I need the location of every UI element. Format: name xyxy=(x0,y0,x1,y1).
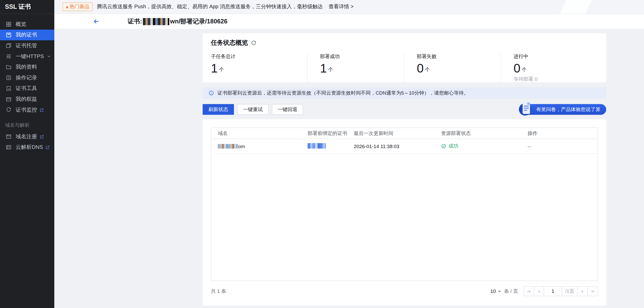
masked-certificate-id xyxy=(143,18,169,25)
external-link-icon xyxy=(40,107,44,112)
app-title: SSL 证书 xyxy=(0,0,54,14)
refresh-icon[interactable] xyxy=(251,40,256,46)
column-header-status: 资源部署状态 xyxy=(434,130,521,137)
pagination: 共 1 条 10 条 / 页 1 /1页 xyxy=(211,286,598,296)
table-row: om 2026-01-14 11:38:03 成功 -- xyxy=(211,139,598,154)
stat-label: 进行中 xyxy=(514,53,598,60)
page-header: 证书: wn/部署记录/180626 xyxy=(54,14,644,29)
action-cell: -- xyxy=(521,143,598,149)
stat-label: 部署失败 xyxy=(417,53,501,60)
survey-scroll-icon xyxy=(521,102,531,115)
external-link-icon xyxy=(40,134,44,139)
sidebar-item-dns[interactable]: 云解析DNS xyxy=(0,142,54,153)
badge-label: 热门新品 xyxy=(70,3,90,10)
first-page-button[interactable] xyxy=(524,287,534,296)
page-size-select[interactable]: 10 xyxy=(490,288,502,294)
actions-row: 刷新状态 一键重试 一键回退 有奖问卷，产品体验您说了算 xyxy=(203,104,606,115)
promo-text: 腾讯云推送服务 Push，提供高效、稳定、易用的 App 消息推送服务，三分钟快… xyxy=(97,3,323,10)
prev-page-button[interactable] xyxy=(534,287,544,296)
sidebar-item-label: 操作记录 xyxy=(16,74,37,81)
sidebar-item-label: 我的证书 xyxy=(16,31,37,39)
sidebar-item-one-click-https[interactable]: 一键HTTPS xyxy=(0,51,54,62)
sidebar-item-domain-registration[interactable]: 域名注册 xyxy=(0,131,54,142)
masked-domain xyxy=(218,144,238,148)
sidebar-item-my-certificates[interactable]: 我的证书 xyxy=(0,30,54,40)
info-banner: 证书部署到云资源后，还需等待云资源生效（不同云资源生效时间不同，CDN通常为5～… xyxy=(203,87,606,99)
stat-deploy-success: 部署成功 1个 xyxy=(308,52,404,82)
pager: 1 /1页 xyxy=(524,286,598,296)
stat-in-progress: 进行中 0个 等待部署 0 xyxy=(501,52,598,82)
stat-value: 0 xyxy=(514,62,520,75)
sidebar-item-my-profile[interactable]: 我的资料 xyxy=(0,62,54,73)
dns-icon xyxy=(6,144,11,150)
next-page-button[interactable] xyxy=(578,287,588,296)
promo-decoration xyxy=(537,0,628,14)
domain-visible-text: om xyxy=(238,143,245,149)
back-arrow-icon[interactable] xyxy=(93,18,100,25)
domain-cell: om xyxy=(211,143,301,149)
grid-icon xyxy=(6,21,11,27)
column-header-updated: 最后一次更新时间 xyxy=(347,130,434,137)
sidebar-section-domains: 域名与解析 xyxy=(5,122,54,129)
status-cell: 成功 xyxy=(434,143,521,150)
sidebar-item-label: 一键HTTPS xyxy=(16,53,44,60)
stat-label: 部署成功 xyxy=(320,53,404,60)
prev-page-icon xyxy=(537,289,541,294)
stat-value: 0 xyxy=(417,62,424,75)
certificate-icon xyxy=(6,32,11,38)
rollback-all-button[interactable]: 一键回退 xyxy=(272,104,303,115)
sidebar-item-cert-tools[interactable]: 证书工具 xyxy=(0,83,54,94)
column-header-domain: 域名 xyxy=(211,130,301,137)
stat-subtasks-total: 子任务总计 1个 xyxy=(211,52,308,82)
record-icon xyxy=(6,75,11,80)
stat-value: 1 xyxy=(320,62,327,75)
monitor-icon xyxy=(6,107,11,113)
sidebar-item-label: 我的资料 xyxy=(16,63,37,71)
last-page-icon xyxy=(590,289,595,294)
deploy-records-card: 域名 部署前绑定的证书 最后一次更新时间 资源部署状态 操作 om 2026-0… xyxy=(203,119,606,306)
survey-pill-button[interactable]: 有奖问卷，产品体验您说了算 xyxy=(520,104,606,115)
deploy-records-table: 域名 部署前绑定的证书 最后一次更新时间 资源部署状态 操作 om 2026-0… xyxy=(211,128,598,281)
last-page-button[interactable] xyxy=(588,287,597,296)
page-title-suffix: wn/部署记录/180626 xyxy=(170,17,228,25)
page-title: 证书: wn/部署记录/180626 xyxy=(128,17,228,25)
column-header-prev-cert: 部署前绑定的证书 xyxy=(301,130,347,137)
chevron-down-icon xyxy=(47,54,51,58)
current-page-input[interactable]: 1 xyxy=(544,287,562,296)
stat-unit: 个 xyxy=(219,66,224,73)
tools-icon xyxy=(6,86,11,91)
prev-cert-cell xyxy=(301,143,347,150)
stat-unit: 个 xyxy=(522,66,527,73)
promo-banner: ♦热门新品 腾讯云推送服务 Push，提供高效、稳定、易用的 App 消息推送服… xyxy=(54,0,644,14)
overview-title: 任务状态概览 xyxy=(211,39,248,47)
screen: SSL 证书 概览 我的证书 证书托管 一键HTTPS 我的资料 xyxy=(0,0,644,308)
diamond-icon: ♦ xyxy=(66,4,68,10)
refresh-status-button[interactable]: 刷新状态 xyxy=(203,104,234,115)
status-text: 成功 xyxy=(448,143,458,150)
total-pages-label: /1页 xyxy=(562,287,578,296)
page-title-prefix: 证书: xyxy=(128,17,142,25)
sidebar-item-overview[interactable]: 概览 xyxy=(0,19,54,30)
first-page-icon xyxy=(527,289,531,294)
stat-unit: 个 xyxy=(425,66,430,73)
stat-label: 子任务总计 xyxy=(211,53,307,60)
sidebar-item-label: 证书监控 xyxy=(16,106,37,114)
table-empty-space xyxy=(211,154,598,280)
hosting-icon xyxy=(6,43,11,48)
sidebar-item-cert-monitor[interactable]: 证书监控 xyxy=(0,104,54,115)
survey-label: 有奖问卷，产品体验您说了算 xyxy=(536,106,601,113)
next-page-icon xyxy=(580,289,585,294)
page-size-unit: 条 / 页 xyxy=(504,288,518,295)
table-header: 域名 部署前绑定的证书 最后一次更新时间 资源部署状态 操作 xyxy=(211,128,598,139)
masked-cert-id xyxy=(308,143,326,148)
retry-all-button[interactable]: 一键重试 xyxy=(237,104,269,115)
sidebar-item-cert-hosting[interactable]: 证书托管 xyxy=(0,40,54,51)
sliders-icon xyxy=(6,53,11,59)
sidebar-item-label: 云解析DNS xyxy=(16,143,43,151)
sidebar-item-operation-log[interactable]: 操作记录 xyxy=(0,73,54,83)
sidebar-item-my-benefits[interactable]: 我的权益 xyxy=(0,94,54,105)
promo-detail-link[interactable]: 查看详情 > xyxy=(328,3,353,10)
stat-waiting-deploy: 等待部署 0 xyxy=(514,76,598,82)
sidebar-item-label: 概览 xyxy=(16,21,27,28)
stat-deploy-failed: 部署失败 0个 xyxy=(404,52,501,82)
